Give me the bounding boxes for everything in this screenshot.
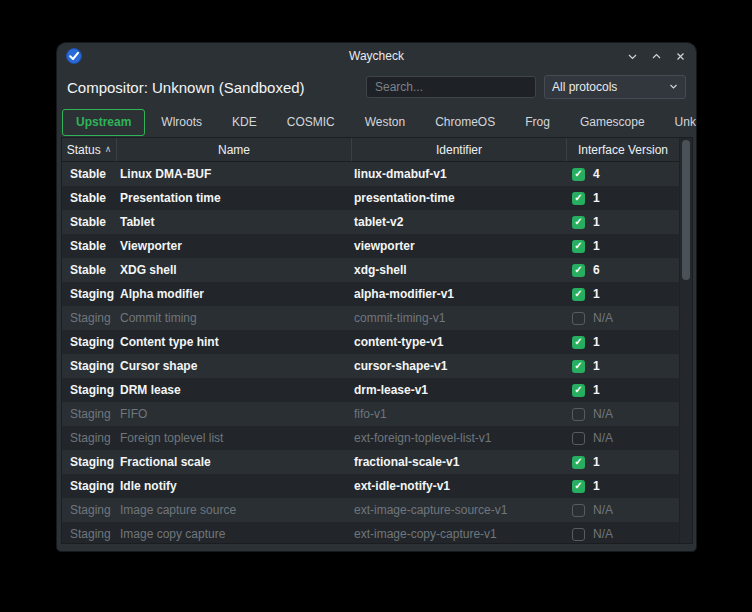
table-row[interactable]: Staging Content type hint content-type-v… — [62, 330, 679, 354]
chevron-down-icon — [669, 80, 678, 94]
checkbox-checked-icon — [572, 216, 585, 229]
column-name-label: Name — [218, 143, 250, 157]
table-row[interactable]: Staging Image copy capture ext-image-cop… — [62, 522, 679, 544]
version-label: 1 — [593, 383, 600, 397]
version-label: 1 — [593, 335, 600, 349]
close-button[interactable] — [673, 49, 687, 63]
table-row[interactable]: Stable Tablet tablet-v2 1 — [62, 210, 679, 234]
table-body: Stable Linux DMA-BUF linux-dmabuf-v1 4 S… — [62, 162, 679, 544]
checkbox-checked-icon — [572, 384, 585, 397]
version-cell: 1 — [566, 287, 679, 301]
checkbox-checked-icon — [572, 240, 585, 253]
name-cell: Linux DMA-BUF — [116, 167, 351, 181]
column-header-name[interactable]: Name — [116, 138, 351, 161]
column-header-version[interactable]: Interface Version — [566, 138, 679, 161]
table-row[interactable]: Staging Commit timing commit-timing-v1 N… — [62, 306, 679, 330]
table-row[interactable]: Staging Cursor shape cursor-shape-v1 1 — [62, 354, 679, 378]
tab-wlroots[interactable]: Wlroots — [147, 109, 216, 136]
column-identifier-label: Identifier — [436, 143, 482, 157]
version-cell: N/A — [566, 527, 679, 541]
version-cell: 1 — [566, 359, 679, 373]
version-cell: 1 — [566, 191, 679, 205]
version-label: 1 — [593, 287, 600, 301]
name-cell: Fractional scale — [116, 455, 351, 469]
waycheck-app-icon — [66, 48, 82, 64]
checkbox-checked-icon — [572, 168, 585, 181]
name-cell: Commit timing — [116, 311, 351, 325]
identifier-cell: alpha-modifier-v1 — [351, 287, 566, 301]
checkbox-unchecked-icon — [572, 528, 585, 541]
column-status-label: Status — [67, 143, 101, 157]
tab-frog[interactable]: Frog — [511, 109, 564, 136]
tab-label: Upstream — [76, 115, 131, 129]
checkbox-checked-icon — [572, 360, 585, 373]
checkbox-unchecked-icon — [572, 408, 585, 421]
table-row[interactable]: Staging Image capture source ext-image-c… — [62, 498, 679, 522]
checkbox-checked-icon — [572, 264, 585, 277]
maximize-button[interactable] — [649, 49, 663, 63]
version-label: N/A — [593, 407, 613, 421]
identifier-cell: fractional-scale-v1 — [351, 455, 566, 469]
vertical-scrollbar[interactable] — [679, 138, 692, 543]
status-cell: Stable — [62, 167, 116, 181]
table-row[interactable]: Stable XDG shell xdg-shell 6 — [62, 258, 679, 282]
table-row[interactable]: Staging Foreign toplevel list ext-foreig… — [62, 426, 679, 450]
version-cell: 1 — [566, 479, 679, 493]
identifier-cell: drm-lease-v1 — [351, 383, 566, 397]
checkbox-checked-icon — [572, 336, 585, 349]
version-label: 6 — [593, 263, 600, 277]
tab-unknown[interactable]: Unknown — [661, 109, 697, 136]
column-header-identifier[interactable]: Identifier — [351, 138, 566, 161]
table-row[interactable]: Staging Fractional scale fractional-scal… — [62, 450, 679, 474]
status-cell: Stable — [62, 263, 116, 277]
table-row[interactable]: Staging DRM lease drm-lease-v1 1 — [62, 378, 679, 402]
titlebar[interactable]: Waycheck — [57, 43, 696, 69]
name-cell: XDG shell — [116, 263, 351, 277]
scrollbar-thumb[interactable] — [682, 140, 690, 280]
identifier-cell: linux-dmabuf-v1 — [351, 167, 566, 181]
tab-label: Unknown — [675, 115, 697, 129]
minimize-button[interactable] — [625, 49, 639, 63]
version-label: N/A — [593, 311, 613, 325]
name-cell: Alpha modifier — [116, 287, 351, 301]
tab-upstream[interactable]: Upstream — [62, 109, 145, 136]
column-header-status[interactable]: Status ∧ — [62, 138, 116, 161]
status-cell: Staging — [62, 407, 116, 421]
tab-weston[interactable]: Weston — [351, 109, 419, 136]
table-row[interactable]: Staging Alpha modifier alpha-modifier-v1… — [62, 282, 679, 306]
name-cell: Tablet — [116, 215, 351, 229]
version-cell: 4 — [566, 167, 679, 181]
version-label: 1 — [593, 455, 600, 469]
version-cell: 1 — [566, 215, 679, 229]
table-row[interactable]: Staging Idle notify ext-idle-notify-v1 1 — [62, 474, 679, 498]
search-input[interactable] — [366, 76, 536, 98]
version-label: 4 — [593, 167, 600, 181]
protocol-table: Status ∧ Name Identifier Interface Versi… — [61, 137, 693, 544]
tab-gamescope[interactable]: Gamescope — [566, 109, 659, 136]
table-row[interactable]: Staging FIFO fifo-v1 N/A — [62, 402, 679, 426]
tab-label: ChromeOS — [435, 115, 495, 129]
identifier-cell: fifo-v1 — [351, 407, 566, 421]
version-cell: 1 — [566, 239, 679, 253]
tab-kde[interactable]: KDE — [218, 109, 271, 136]
tab-label: COSMIC — [287, 115, 335, 129]
version-label: 1 — [593, 239, 600, 253]
checkbox-unchecked-icon — [572, 504, 585, 517]
table-row[interactable]: Stable Viewporter viewporter 1 — [62, 234, 679, 258]
identifier-cell: ext-image-copy-capture-v1 — [351, 527, 566, 541]
table-row[interactable]: Stable Linux DMA-BUF linux-dmabuf-v1 4 — [62, 162, 679, 186]
checkbox-checked-icon — [572, 480, 585, 493]
tab-chromeos[interactable]: ChromeOS — [421, 109, 509, 136]
table-row[interactable]: Stable Presentation time presentation-ti… — [62, 186, 679, 210]
protocol-filter-dropdown[interactable]: All protocols — [544, 75, 686, 99]
name-cell: DRM lease — [116, 383, 351, 397]
version-label: N/A — [593, 503, 613, 517]
tab-label: Weston — [365, 115, 405, 129]
tab-label: KDE — [232, 115, 257, 129]
name-cell: Foreign toplevel list — [116, 431, 351, 445]
tab-cosmic[interactable]: COSMIC — [273, 109, 349, 136]
version-cell: N/A — [566, 431, 679, 445]
checkbox-checked-icon — [572, 192, 585, 205]
name-cell: Presentation time — [116, 191, 351, 205]
identifier-cell: ext-idle-notify-v1 — [351, 479, 566, 493]
